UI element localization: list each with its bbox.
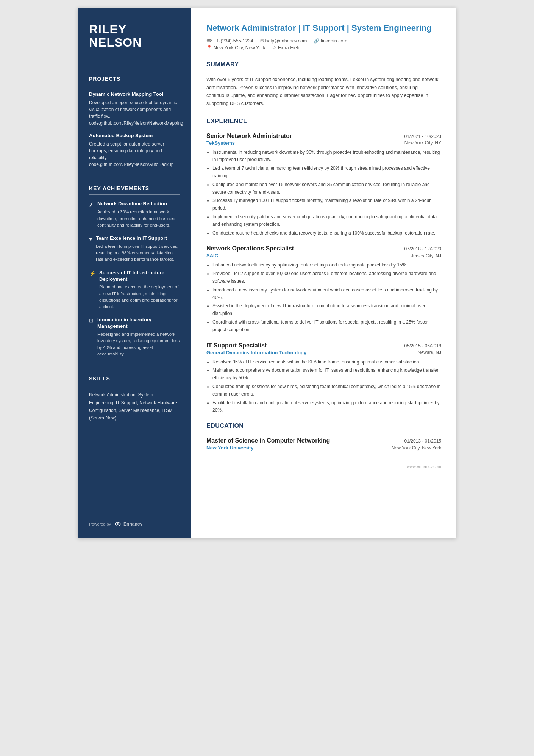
achievement-2-desc: Led a team to improve IT support service… bbox=[96, 243, 180, 263]
achievement-1-title: Network Downtime Reduction bbox=[97, 201, 180, 207]
exp-2-bullets: Enhanced network efficiency by optimizin… bbox=[206, 261, 441, 333]
contact-extra: ☆ Extra Field bbox=[272, 45, 301, 50]
star-icon: ☆ bbox=[272, 45, 276, 50]
edu-1-header: Master of Science in Computer Networking… bbox=[206, 437, 441, 444]
exp-3-dates: 05/2015 - 06/2018 bbox=[404, 343, 441, 349]
location-icon: 📍 bbox=[206, 45, 212, 50]
education-divider bbox=[206, 432, 441, 432]
education-section-title: EDUCATION bbox=[206, 423, 441, 429]
brand-name: Enhancv bbox=[123, 521, 142, 527]
project-item-1: Dynamic Network Mapping Tool Developed a… bbox=[89, 91, 180, 133]
exp-3-job-title: IT Support Specialist bbox=[206, 342, 267, 349]
edu-1-degree: Master of Science in Computer Networking bbox=[206, 437, 330, 444]
main-content: Network Administrator | IT Support | Sys… bbox=[191, 8, 456, 538]
link-icon: 🔗 bbox=[314, 38, 319, 44]
achievements-divider bbox=[89, 194, 180, 195]
project-2-desc: Created a script for automated server ba… bbox=[89, 141, 180, 168]
contact-email: ✉ help@enhancv.com bbox=[260, 38, 307, 44]
svg-point-0 bbox=[117, 523, 119, 525]
achievement-4-title: Innovation in Inventory Management bbox=[97, 317, 180, 330]
bullet: Implemented security patches and server … bbox=[212, 213, 441, 229]
summary-text: With over 5 years of IT support experien… bbox=[206, 76, 441, 108]
exp-2-dates: 07/2018 - 12/2020 bbox=[404, 246, 441, 252]
exp-1-company-line: TekSystems New York City, NY bbox=[206, 140, 441, 146]
exp-1-company: TekSystems bbox=[206, 140, 235, 146]
experience-divider bbox=[206, 127, 441, 127]
projects-section-title: PROJECTS bbox=[89, 76, 180, 82]
linkedin-value: linkedin.com bbox=[321, 38, 347, 44]
edu-1-dates: 01/2013 - 01/2015 bbox=[404, 438, 441, 444]
bullet: Resolved 95% of IT service requests with… bbox=[212, 358, 441, 366]
phone-icon: ☎ bbox=[206, 38, 212, 44]
achievement-2-content: Team Excellence in IT Support Led a team… bbox=[96, 235, 180, 263]
exp-2-job-title: Network Operations Specialist bbox=[206, 245, 294, 252]
exp-1-bullets: Instrumental in reducing network downtim… bbox=[206, 149, 441, 237]
email-icon: ✉ bbox=[260, 38, 264, 44]
experience-section-title: EXPERIENCE bbox=[206, 118, 441, 125]
exp-3-location: Newark, NJ bbox=[418, 350, 441, 355]
exp-1-job-title: Senior Network Administrator bbox=[206, 133, 292, 139]
achievement-3-icon: ⚡ bbox=[89, 271, 95, 310]
phone-value: +1-(234)-555-1234 bbox=[214, 38, 253, 44]
exp-1-location: New York City, NY bbox=[404, 140, 441, 146]
exp-2-location: Jersey City, NJ bbox=[411, 253, 441, 258]
contact-phone: ☎ +1-(234)-555-1234 bbox=[206, 38, 253, 44]
achievement-3-desc: Planned and executed the deployment of a… bbox=[99, 284, 180, 310]
contact-location: 📍 New York City, New York bbox=[206, 45, 265, 50]
bullet: Configured and maintained over 15 networ… bbox=[212, 181, 441, 196]
edu-1-school: New York University bbox=[206, 445, 254, 451]
achievement-4-content: Innovation in Inventory Management Redes… bbox=[97, 317, 180, 357]
edu-1-location: New York City, New York bbox=[392, 445, 441, 451]
edu-1-school-line: New York University New York City, New Y… bbox=[206, 445, 441, 451]
bullet: Introduced a new inventory system for ne… bbox=[212, 286, 441, 302]
enhancv-logo-icon bbox=[114, 521, 122, 527]
contact-line-1: ☎ +1-(234)-555-1234 ✉ help@enhancv.com 🔗… bbox=[206, 38, 441, 44]
bullet: Provided Tier 2 support to over 10,000 e… bbox=[212, 270, 441, 285]
bullet: Maintained a comprehensive documentation… bbox=[212, 367, 441, 382]
extra-value: Extra Field bbox=[278, 45, 301, 50]
skills-section-title: SKILLS bbox=[89, 376, 180, 382]
job-title-text: Network Administrator | IT Support | Sys… bbox=[206, 23, 432, 33]
contact-line-2: 📍 New York City, New York ☆ Extra Field bbox=[206, 45, 441, 50]
exp-3-header: IT Support Specialist 05/2015 - 06/2018 bbox=[206, 342, 441, 349]
powered-by-label: Powered by bbox=[89, 522, 111, 526]
bullet: Facilitated installation and configurati… bbox=[212, 399, 441, 415]
project-item-2: Automated Backup System Created a script… bbox=[89, 133, 180, 174]
achievement-2-icon: ♥ bbox=[89, 236, 92, 263]
achievement-1-content: Network Downtime Reduction Achieved a 30… bbox=[97, 201, 180, 229]
summary-divider bbox=[206, 70, 441, 70]
bullet: Coordinated with cross-functional teams … bbox=[212, 319, 441, 334]
exp-3-company: General Dynamics Information Technology bbox=[206, 350, 306, 355]
achievement-3-title: Successful IT Infrastructure Deployment bbox=[99, 270, 180, 283]
experience-entry-1: Senior Network Administrator 01/2021 - 1… bbox=[206, 133, 441, 237]
achievement-3-content: Successful IT Infrastructure Deployment … bbox=[99, 270, 180, 310]
bullet: Conducted routine health checks and data… bbox=[212, 230, 441, 237]
achievement-item-1: ✗ Network Downtime Reduction Achieved a … bbox=[89, 201, 180, 229]
exp-3-bullets: Resolved 95% of IT service requests with… bbox=[206, 358, 441, 415]
bullet: Successfully managed 100+ IT support tic… bbox=[212, 197, 441, 212]
candidate-name: RILEY NELSON bbox=[89, 23, 180, 49]
main-header: Network Administrator | IT Support | Sys… bbox=[206, 23, 441, 50]
education-entry-1: Master of Science in Computer Networking… bbox=[206, 437, 441, 451]
bullet: Led a team of 7 technicians, enhancing t… bbox=[212, 165, 441, 180]
job-title: Network Administrator | IT Support | Sys… bbox=[206, 23, 441, 34]
project-1-desc: Developed an open-source tool for dynami… bbox=[89, 99, 180, 127]
experience-entry-2: Network Operations Specialist 07/2018 - … bbox=[206, 245, 441, 333]
exp-2-header: Network Operations Specialist 07/2018 - … bbox=[206, 245, 441, 252]
achievement-4-icon: ⊡ bbox=[89, 318, 94, 357]
bullet: Assisted in the deployment of new IT inf… bbox=[212, 302, 441, 318]
sidebar-footer: Powered by Enhancv bbox=[89, 510, 180, 527]
achievement-1-icon: ✗ bbox=[89, 202, 94, 229]
exp-2-company-line: SAIC Jersey City, NJ bbox=[206, 253, 441, 258]
skills-text: Network Administration, System Engineeri… bbox=[89, 391, 180, 422]
bullet: Instrumental in reducing network downtim… bbox=[212, 149, 441, 164]
bullet: Enhanced network efficiency by optimizin… bbox=[212, 261, 441, 269]
achievement-item-3: ⚡ Successful IT Infrastructure Deploymen… bbox=[89, 270, 180, 310]
summary-section-title: SUMMARY bbox=[206, 61, 441, 68]
email-value: help@enhancv.com bbox=[265, 38, 307, 44]
location-value: New York City, New York bbox=[214, 45, 265, 50]
footer-url: www.enhancv.com bbox=[407, 464, 441, 469]
main-footer: www.enhancv.com bbox=[206, 457, 441, 469]
achievement-item-4: ⊡ Innovation in Inventory Management Red… bbox=[89, 317, 180, 357]
achievements-section-title: KEY ACHIEVEMENTS bbox=[89, 185, 180, 191]
